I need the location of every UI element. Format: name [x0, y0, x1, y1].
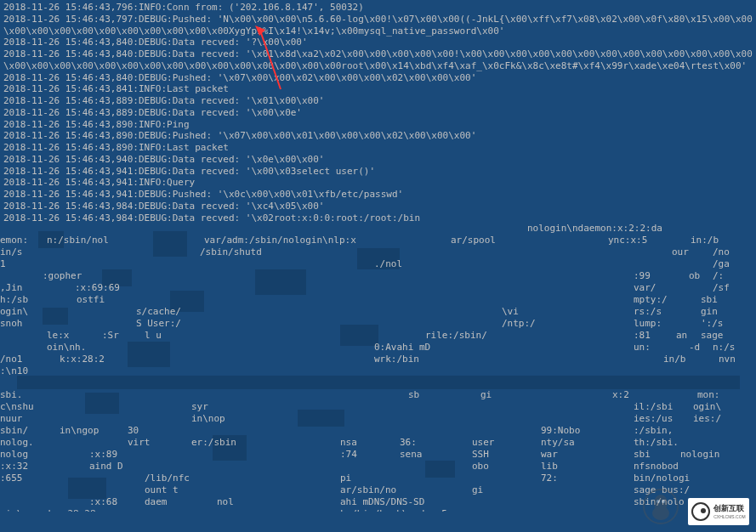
obscured-fragment: x:2 — [612, 389, 629, 401]
obscured-fragment: aind D — [89, 461, 123, 473]
obscured-fragment: 99:Nobo — [541, 425, 580, 437]
log-line: 2018-11-26 15:46:43,889:DEBUG:Data recve… — [3, 95, 753, 107]
obscured-fragment: lib — [541, 461, 558, 473]
obscured-fragment: gi — [472, 484, 483, 496]
log-line: 2018-11-26 15:46:43,941:INFO:Query — [3, 177, 753, 189]
obscured-fragment: sbin/ — [0, 425, 28, 437]
obscured-fragment: s/cache/ — [136, 306, 181, 318]
obscured-fragment: obo — [472, 461, 489, 473]
linux-penguin-icon — [642, 488, 679, 525]
obscured-fragment: /lib/nfc — [145, 473, 190, 484]
obscured-fragment: ./nol — [374, 258, 402, 270]
log-line: 2018-11-26 15:46:43,890:INFO:Last packet — [3, 142, 753, 154]
obscured-fragment: er:/sbin — [191, 437, 236, 449]
log-line: 2018-11-26 15:46:43,941:DEBUG:Data recve… — [3, 166, 753, 178]
obscured-fragment: var/adm:/sbin/nologin\nlp:x — [204, 235, 356, 246]
obscured-fragment: lump: — [634, 318, 662, 330]
obscured-fragment: daem — [145, 496, 168, 508]
obscured-fragment: rile:/sbin/ — [425, 330, 487, 342]
svg-point-3 — [652, 507, 669, 520]
obscured-fragment: :74 — [340, 449, 357, 461]
obscured-fragment: nolog — [0, 449, 28, 461]
obscured-fragment: ync:x:5 — [608, 235, 647, 246]
obscured-fragment: /ntp:/ — [502, 318, 536, 330]
obscured-fragment: ount t — [145, 484, 179, 496]
obscured-fragment: :81 — [634, 330, 651, 342]
obscured-fragment: :99 — [634, 270, 651, 282]
obscured-fragment: 72: — [541, 473, 558, 484]
log-line: 2018-11-26 15:46:43,890:DEBUG:Pushed: '\… — [3, 130, 753, 142]
obscured-fragment: ostfi — [77, 294, 105, 306]
obscured-fragment: our — [672, 246, 689, 258]
obscured-fragment: pi — [340, 473, 351, 484]
obscured-fragment: oin\nh. — [47, 342, 86, 354]
obscured-fragment: ar/sbin/no — [340, 484, 396, 496]
obscured-fragment: an — [676, 330, 687, 342]
obscured-fragment: user — [472, 437, 495, 449]
obscured-fragment: -d — [689, 342, 700, 354]
log-line: 2018-11-26 15:46:43,796:INFO:Conn from: … — [3, 2, 753, 14]
obscured-fragment: sbi. — [0, 389, 23, 401]
obscured-fragment: gin\nnscd:x:28:28 — [0, 508, 96, 512]
obscured-fragment: c\nshu — [0, 401, 34, 413]
obscured-fragment: 30 — [128, 425, 139, 437]
watermark-logo-icon — [691, 502, 710, 521]
obscured-fragment: il:/sbi — [634, 401, 673, 413]
svg-point-5 — [662, 500, 665, 503]
obscured-fragment: wrk:/bin — [374, 354, 419, 365]
obscured-fragment: :x:89 — [89, 449, 117, 461]
obscured-fragment: mon: — [697, 389, 720, 401]
obscured-fragment: nologin — [680, 449, 719, 461]
obscured-fragment: sbi — [634, 449, 651, 461]
obscured-fragment: /sf — [713, 282, 730, 294]
obscured-fragment: war — [541, 449, 558, 461]
obscured-fragment: n:/s — [713, 342, 736, 354]
obscured-fragment: le:x — [47, 330, 70, 342]
obscured-fragment: 1 — [0, 258, 6, 270]
obscured-fragment: gi — [480, 389, 492, 401]
obscured-fragment: ,Jin — [0, 282, 23, 294]
obscured-fragment: :\n10 — [0, 365, 28, 377]
obscured-fragment: nolog. — [0, 437, 34, 449]
log-line: 2018-11-26 15:46:43,797:DEBUG:Pushed: 'N… — [3, 14, 753, 37]
obscured-fragment: sb — [408, 389, 419, 401]
obscured-fragment: ies:/us — [634, 413, 673, 425]
obscured-fragment: l u — [145, 330, 162, 342]
obscured-fragment: nologin\ndaemon:x:2:2:da — [527, 223, 662, 235]
obscured-fragment: :/sbin, — [634, 425, 673, 437]
obscured-fragment: nol — [217, 496, 234, 508]
obscured-fragment: nuur — [0, 413, 23, 425]
obscured-fragment: nty/sa — [541, 437, 575, 449]
obscured-fragment: var/ — [634, 282, 657, 294]
log-line: 2018-11-26 15:46:43,840:DEBUG:Data recve… — [3, 37, 753, 48]
svg-point-4 — [657, 500, 660, 503]
obscured-fragment: emon: — [0, 235, 28, 246]
obscured-fragment: mpty:/ — [634, 294, 668, 306]
obscured-fragment: \vi — [502, 306, 519, 318]
obscured-fragment: /: — [713, 270, 724, 282]
log-output: 2018-11-26 15:46:43,796:INFO:Conn from: … — [3, 2, 753, 224]
obscured-fragment: /sbin/shutd — [200, 246, 262, 258]
obscured-fragment: virt — [128, 437, 151, 449]
log-line: 2018-11-26 15:46:43,840:DEBUG:Pushed: '\… — [3, 72, 753, 84]
obscured-fragment: snoh — [0, 318, 23, 330]
obscured-fragment: ogin\ — [693, 401, 721, 413]
obscured-fragment: 0:Avahi mD — [374, 342, 430, 354]
log-line: 2018-11-26 15:46:43,941:DEBUG:Pushed: '\… — [3, 189, 753, 201]
obscured-fragment: :x:69:69 — [75, 282, 120, 294]
obscured-fragment: ar/spool — [451, 235, 496, 246]
watermark-subtext: CXHLCMS.COM — [713, 514, 746, 519]
obscured-fragment: 36: — [400, 437, 417, 449]
obscured-fragment: gin — [701, 306, 718, 318]
obscured-fragment: :gopher — [43, 270, 82, 282]
log-line: 2018-11-26 15:46:43,940:DEBUG:Data recve… — [3, 154, 753, 166]
obscured-fragment: SSH — [472, 449, 489, 461]
obscured-fragment: S User:/ — [136, 318, 181, 330]
obscured-fragment: syr — [191, 401, 208, 413]
obscured-fragment: :x:68 — [89, 496, 117, 508]
obscured-fragment: ':/s — [701, 318, 724, 330]
obscured-fragment: sbi — [701, 294, 718, 306]
obscured-fragment: :x:32 — [0, 461, 28, 473]
obscured-fragment: nfsnobod — [634, 461, 679, 473]
obscured-fragment: in/s — [0, 246, 23, 258]
